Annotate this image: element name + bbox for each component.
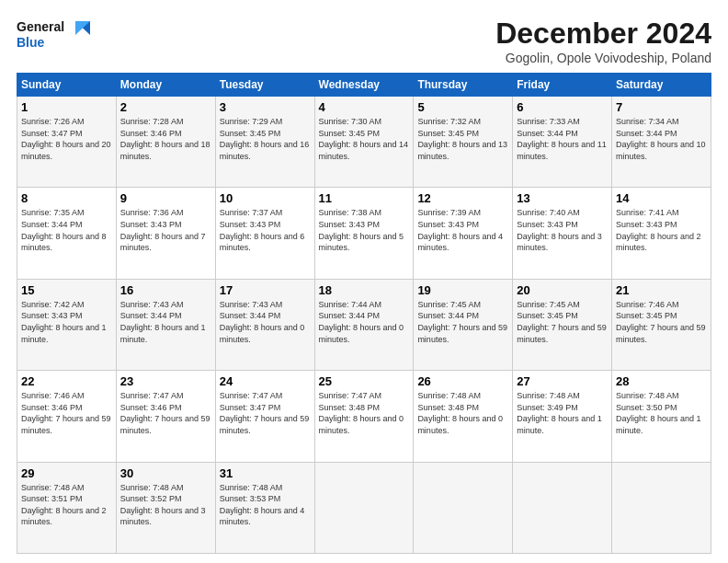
list-item: 22 Sunrise: 7:46 AMSunset: 3:46 PMDaylig… xyxy=(17,371,117,462)
day-number: 28 xyxy=(616,374,707,388)
day-number: 5 xyxy=(417,100,508,114)
list-item: 10 Sunrise: 7:37 AMSunset: 3:43 PMDaylig… xyxy=(215,188,314,279)
day-number: 8 xyxy=(21,191,112,205)
col-saturday: Saturday xyxy=(612,74,711,97)
cell-content: Sunrise: 7:36 AMSunset: 3:43 PMDaylight:… xyxy=(120,207,211,253)
cell-content: Sunrise: 7:30 AMSunset: 3:45 PMDaylight:… xyxy=(319,116,410,162)
list-item: 24 Sunrise: 7:47 AMSunset: 3:47 PMDaylig… xyxy=(215,371,314,462)
list-item: 16 Sunrise: 7:43 AMSunset: 3:44 PMDaylig… xyxy=(116,279,215,370)
day-number: 29 xyxy=(21,466,112,480)
day-number: 24 xyxy=(220,374,311,388)
table-row: 15 Sunrise: 7:42 AMSunset: 3:43 PMDaylig… xyxy=(17,279,711,370)
header: General Blue December 2024 Gogolin, Opol… xyxy=(17,17,711,65)
table-row: 8 Sunrise: 7:35 AMSunset: 3:44 PMDayligh… xyxy=(17,188,711,279)
list-item: 18 Sunrise: 7:44 AMSunset: 3:44 PMDaylig… xyxy=(314,279,414,370)
empty-cell xyxy=(314,462,414,553)
day-number: 18 xyxy=(319,283,410,297)
list-item: 30 Sunrise: 7:48 AMSunset: 3:52 PMDaylig… xyxy=(116,462,215,553)
cell-content: Sunrise: 7:37 AMSunset: 3:43 PMDaylight:… xyxy=(220,207,311,253)
title-area: December 2024 Gogolin, Opole Voivodeship… xyxy=(495,17,711,65)
col-monday: Monday xyxy=(116,74,215,97)
calendar: Sunday Monday Tuesday Wednesday Thursday… xyxy=(17,73,711,554)
header-row: Sunday Monday Tuesday Wednesday Thursday… xyxy=(17,74,711,97)
list-item: 19 Sunrise: 7:45 AMSunset: 3:44 PMDaylig… xyxy=(414,279,513,370)
day-number: 31 xyxy=(220,466,311,480)
list-item: 9 Sunrise: 7:36 AMSunset: 3:43 PMDayligh… xyxy=(116,188,215,279)
list-item: 3 Sunrise: 7:29 AMSunset: 3:45 PMDayligh… xyxy=(215,97,314,188)
list-item: 31 Sunrise: 7:48 AMSunset: 3:53 PMDaylig… xyxy=(215,462,314,553)
day-number: 6 xyxy=(517,100,608,114)
day-number: 9 xyxy=(120,191,211,205)
cell-content: Sunrise: 7:34 AMSunset: 3:44 PMDaylight:… xyxy=(616,116,707,162)
list-item: 25 Sunrise: 7:47 AMSunset: 3:48 PMDaylig… xyxy=(314,371,414,462)
cell-content: Sunrise: 7:47 AMSunset: 3:47 PMDaylight:… xyxy=(220,390,311,436)
cell-content: Sunrise: 7:43 AMSunset: 3:44 PMDaylight:… xyxy=(220,299,311,345)
day-number: 14 xyxy=(616,191,707,205)
day-number: 1 xyxy=(21,100,112,114)
list-item: 7 Sunrise: 7:34 AMSunset: 3:44 PMDayligh… xyxy=(612,97,711,188)
col-tuesday: Tuesday xyxy=(215,74,314,97)
day-number: 30 xyxy=(120,466,211,480)
list-item: 26 Sunrise: 7:48 AMSunset: 3:48 PMDaylig… xyxy=(414,371,513,462)
list-item: 29 Sunrise: 7:48 AMSunset: 3:51 PMDaylig… xyxy=(17,462,117,553)
day-number: 12 xyxy=(417,191,508,205)
cell-content: Sunrise: 7:33 AMSunset: 3:44 PMDaylight:… xyxy=(517,116,608,162)
month-title: December 2024 xyxy=(495,17,711,51)
cell-content: Sunrise: 7:38 AMSunset: 3:43 PMDaylight:… xyxy=(319,207,410,253)
day-number: 4 xyxy=(319,100,410,114)
list-item: 28 Sunrise: 7:48 AMSunset: 3:50 PMDaylig… xyxy=(612,371,711,462)
cell-content: Sunrise: 7:47 AMSunset: 3:46 PMDaylight:… xyxy=(120,390,211,436)
list-item: 2 Sunrise: 7:28 AMSunset: 3:46 PMDayligh… xyxy=(116,97,215,188)
cell-content: Sunrise: 7:28 AMSunset: 3:46 PMDaylight:… xyxy=(120,116,211,162)
table-row: 1 Sunrise: 7:26 AMSunset: 3:47 PMDayligh… xyxy=(17,97,711,188)
day-number: 20 xyxy=(517,283,608,297)
cell-content: Sunrise: 7:47 AMSunset: 3:48 PMDaylight:… xyxy=(319,390,410,436)
day-number: 15 xyxy=(21,283,112,297)
cell-content: Sunrise: 7:32 AMSunset: 3:45 PMDaylight:… xyxy=(417,116,508,162)
logo-area: General Blue xyxy=(17,17,90,57)
list-item: 4 Sunrise: 7:30 AMSunset: 3:45 PMDayligh… xyxy=(314,97,414,188)
col-thursday: Thursday xyxy=(414,74,513,97)
col-sunday: Sunday xyxy=(17,74,117,97)
day-number: 10 xyxy=(220,191,311,205)
day-number: 27 xyxy=(517,374,608,388)
list-item: 17 Sunrise: 7:43 AMSunset: 3:44 PMDaylig… xyxy=(215,279,314,370)
location: Gogolin, Opole Voivodeship, Poland xyxy=(495,51,711,65)
col-wednesday: Wednesday xyxy=(314,74,414,97)
table-row: 29 Sunrise: 7:48 AMSunset: 3:51 PMDaylig… xyxy=(17,462,711,553)
empty-cell xyxy=(612,462,711,553)
list-item: 11 Sunrise: 7:38 AMSunset: 3:43 PMDaylig… xyxy=(314,188,414,279)
list-item: 6 Sunrise: 7:33 AMSunset: 3:44 PMDayligh… xyxy=(513,97,612,188)
cell-content: Sunrise: 7:39 AMSunset: 3:43 PMDaylight:… xyxy=(417,207,508,253)
cell-content: Sunrise: 7:29 AMSunset: 3:45 PMDaylight:… xyxy=(220,116,311,162)
cell-content: Sunrise: 7:41 AMSunset: 3:43 PMDaylight:… xyxy=(616,207,707,253)
svg-text:General: General xyxy=(17,19,64,34)
cell-content: Sunrise: 7:48 AMSunset: 3:51 PMDaylight:… xyxy=(21,482,112,528)
cell-content: Sunrise: 7:48 AMSunset: 3:50 PMDaylight:… xyxy=(616,390,707,436)
calendar-table: Sunday Monday Tuesday Wednesday Thursday… xyxy=(17,73,711,554)
cell-content: Sunrise: 7:35 AMSunset: 3:44 PMDaylight:… xyxy=(21,207,112,253)
list-item: 1 Sunrise: 7:26 AMSunset: 3:47 PMDayligh… xyxy=(17,97,117,188)
day-number: 13 xyxy=(517,191,608,205)
list-item: 27 Sunrise: 7:48 AMSunset: 3:49 PMDaylig… xyxy=(513,371,612,462)
cell-content: Sunrise: 7:48 AMSunset: 3:48 PMDaylight:… xyxy=(417,390,508,436)
day-number: 16 xyxy=(120,283,211,297)
empty-cell xyxy=(513,462,612,553)
day-number: 17 xyxy=(220,283,311,297)
cell-content: Sunrise: 7:43 AMSunset: 3:44 PMDaylight:… xyxy=(120,299,211,345)
cell-content: Sunrise: 7:48 AMSunset: 3:49 PMDaylight:… xyxy=(517,390,608,436)
day-number: 2 xyxy=(120,100,211,114)
cell-content: Sunrise: 7:46 AMSunset: 3:45 PMDaylight:… xyxy=(616,299,707,345)
day-number: 22 xyxy=(21,374,112,388)
day-number: 19 xyxy=(417,283,508,297)
list-item: 20 Sunrise: 7:45 AMSunset: 3:45 PMDaylig… xyxy=(513,279,612,370)
cell-content: Sunrise: 7:44 AMSunset: 3:44 PMDaylight:… xyxy=(319,299,410,345)
list-item: 23 Sunrise: 7:47 AMSunset: 3:46 PMDaylig… xyxy=(116,371,215,462)
page: General Blue December 2024 Gogolin, Opol… xyxy=(0,0,728,563)
cell-content: Sunrise: 7:45 AMSunset: 3:45 PMDaylight:… xyxy=(517,299,608,345)
cell-content: Sunrise: 7:46 AMSunset: 3:46 PMDaylight:… xyxy=(21,390,112,436)
cell-content: Sunrise: 7:26 AMSunset: 3:47 PMDaylight:… xyxy=(21,116,112,162)
day-number: 25 xyxy=(319,374,410,388)
list-item: 13 Sunrise: 7:40 AMSunset: 3:43 PMDaylig… xyxy=(513,188,612,279)
day-number: 3 xyxy=(220,100,311,114)
